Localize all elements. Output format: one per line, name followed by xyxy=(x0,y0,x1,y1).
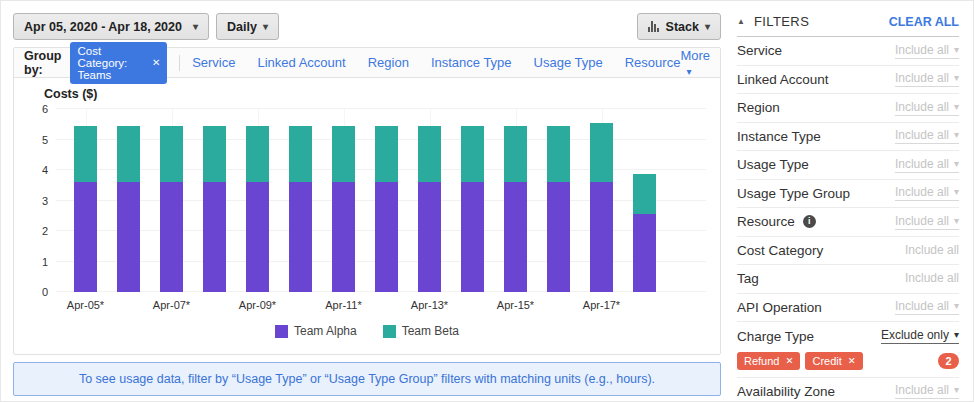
filter-chip-credit[interactable]: Credit✕ xyxy=(805,352,862,370)
filter-value-api-operation[interactable]: Include all▾ xyxy=(895,299,959,315)
group-by-link-linked-account[interactable]: Linked Account xyxy=(257,55,345,70)
main-column: Apr 05, 2020 - Apr 18, 2020 ▾ Daily ▾ St… xyxy=(13,13,721,401)
group-by-link-region[interactable]: Region xyxy=(368,55,409,70)
filter-label-charge-type: Charge Type xyxy=(737,329,814,344)
filter-value-instance-type[interactable]: Include all▾ xyxy=(895,128,959,144)
bar-apr-06[interactable] xyxy=(117,109,140,292)
filter-label-usage-type: Usage Type xyxy=(737,157,809,172)
bar-segment-team-beta[interactable] xyxy=(332,126,355,182)
bar-segment-team-beta[interactable] xyxy=(160,126,183,182)
filter-row-usage-type-group: Usage Type GroupInclude all▾ xyxy=(737,180,959,209)
bar-apr-12[interactable] xyxy=(375,109,398,292)
bar-segment-team-alpha[interactable] xyxy=(203,182,226,292)
bar-apr-05[interactable]: Apr-05* xyxy=(74,109,97,292)
bar-apr-07[interactable]: Apr-07* xyxy=(160,109,183,292)
group-by-chip-cost-category-teams[interactable]: Cost Category: Teams ✕ xyxy=(70,42,167,84)
bar-segment-team-alpha[interactable] xyxy=(246,182,269,292)
legend-item-team-beta[interactable]: Team Beta xyxy=(383,324,459,338)
filter-value-usage-type-group[interactable]: Include all▾ xyxy=(895,185,959,201)
bar-segment-team-beta[interactable] xyxy=(246,126,269,182)
bar-segment-team-beta[interactable] xyxy=(633,174,656,214)
filter-label-service: Service xyxy=(737,43,782,58)
chart-card: Group by: Cost Category: Teams ✕ Service… xyxy=(13,47,721,355)
granularity-dropdown[interactable]: Daily ▾ xyxy=(216,13,279,40)
bar-segment-team-alpha[interactable] xyxy=(504,182,527,292)
bar-segment-team-alpha[interactable] xyxy=(117,182,140,292)
bar-apr-18[interactable] xyxy=(633,109,656,292)
bar-apr-09[interactable]: Apr-09* xyxy=(246,109,269,292)
group-by-link-resource[interactable]: Resource xyxy=(625,55,681,70)
chip-label: Credit xyxy=(812,355,841,367)
collapse-arrow-icon[interactable]: ▲ xyxy=(737,17,745,26)
close-icon[interactable]: ✕ xyxy=(848,355,856,366)
bar-apr-14[interactable] xyxy=(461,109,484,292)
filter-row-charge-type: Charge TypeExclude only▾ xyxy=(737,322,959,351)
filter-value-linked-account[interactable]: Include all▾ xyxy=(895,71,959,87)
close-icon[interactable]: ✕ xyxy=(785,355,793,366)
filter-value-service[interactable]: Include all▾ xyxy=(895,43,959,59)
clear-all-button[interactable]: CLEAR ALL xyxy=(889,15,959,29)
bar-segment-team-alpha[interactable] xyxy=(590,182,613,292)
chevron-down-icon: ▾ xyxy=(954,330,959,340)
date-range-picker[interactable]: Apr 05, 2020 - Apr 18, 2020 ▾ xyxy=(13,13,209,40)
x-tick-label-apr-09: Apr-09* xyxy=(239,299,276,311)
filter-value-text: Include all xyxy=(905,243,959,257)
bar-segment-team-beta[interactable] xyxy=(289,126,312,182)
filter-value-availability-zone[interactable]: Include all▾ xyxy=(895,383,959,399)
filter-value-resource[interactable]: Include all▾ xyxy=(895,214,959,230)
filter-label-api-operation: API Operation xyxy=(737,300,822,315)
bar-segment-team-alpha[interactable] xyxy=(633,214,656,292)
filter-row-availability-zone: Availability ZoneInclude all▾ xyxy=(737,378,959,402)
applied-filter-chips: Refund✕Credit✕2 xyxy=(737,352,959,370)
bar-apr-11[interactable]: Apr-11* xyxy=(332,109,355,292)
filter-label-usage-type-group: Usage Type Group xyxy=(737,186,850,201)
bar-segment-team-alpha[interactable] xyxy=(289,182,312,292)
bar-segment-team-beta[interactable] xyxy=(375,126,398,182)
filter-value-charge-type[interactable]: Exclude only▾ xyxy=(881,328,959,344)
bar-segment-team-alpha[interactable] xyxy=(160,182,183,292)
stack-chart-type-dropdown[interactable]: Stack ▾ xyxy=(637,13,721,40)
bar-segment-team-beta[interactable] xyxy=(203,126,226,182)
y-tick-label-0: 0 xyxy=(26,286,48,298)
bar-segment-team-alpha[interactable] xyxy=(418,182,441,292)
chip-label: Cost Category: Teams xyxy=(77,45,145,81)
bar-apr-15[interactable]: Apr-15* xyxy=(504,109,527,292)
bar-segment-team-beta[interactable] xyxy=(418,126,441,182)
group-by-bar: Group by: Cost Category: Teams ✕ Service… xyxy=(14,48,720,78)
filter-value-usage-type[interactable]: Include all▾ xyxy=(895,157,959,173)
group-by-more-dropdown[interactable]: More ▾ xyxy=(680,48,710,78)
chevron-down-icon: ▾ xyxy=(954,301,959,311)
bar-apr-10[interactable] xyxy=(289,109,312,292)
chevron-down-icon: ▾ xyxy=(954,159,959,169)
bar-segment-team-beta[interactable] xyxy=(74,126,97,182)
group-by-link-instance-type[interactable]: Instance Type xyxy=(431,55,512,70)
bar-apr-16[interactable] xyxy=(547,109,570,292)
info-icon[interactable]: i xyxy=(803,215,816,228)
filter-chip-refund[interactable]: Refund✕ xyxy=(737,352,800,370)
bar-apr-13[interactable]: Apr-13* xyxy=(418,109,441,292)
bar-segment-team-alpha[interactable] xyxy=(375,182,398,292)
group-by-link-usage-type[interactable]: Usage Type xyxy=(534,55,603,70)
bar-segment-team-beta[interactable] xyxy=(461,126,484,182)
filter-row-api-operation: API OperationInclude all▾ xyxy=(737,294,959,323)
bar-segment-team-beta[interactable] xyxy=(590,123,613,182)
filter-row-linked-account: Linked AccountInclude all▾ xyxy=(737,66,959,95)
bar-segment-team-alpha[interactable] xyxy=(461,182,484,292)
bar-segment-team-alpha[interactable] xyxy=(74,182,97,292)
bar-segment-team-beta[interactable] xyxy=(504,126,527,182)
close-icon[interactable]: ✕ xyxy=(152,57,160,68)
chevron-down-icon: ▾ xyxy=(686,66,691,77)
x-tick-label-apr-11: Apr-11* xyxy=(325,299,361,311)
bar-apr-08[interactable] xyxy=(203,109,226,292)
x-tick-label-apr-13: Apr-13* xyxy=(411,299,448,311)
filter-value-region[interactable]: Include all▾ xyxy=(895,100,959,116)
legend-item-team-alpha[interactable]: Team Alpha xyxy=(275,324,357,338)
bar-segment-team-alpha[interactable] xyxy=(547,182,570,292)
filter-row-instance-type: Instance TypeInclude all▾ xyxy=(737,123,959,152)
bar-segment-team-beta[interactable] xyxy=(117,126,140,182)
group-by-link-service[interactable]: Service xyxy=(192,55,235,70)
bar-apr-17[interactable]: Apr-17* xyxy=(590,109,613,292)
chevron-down-icon: ▾ xyxy=(193,22,198,32)
bar-segment-team-beta[interactable] xyxy=(547,126,570,182)
bar-segment-team-alpha[interactable] xyxy=(332,182,355,292)
